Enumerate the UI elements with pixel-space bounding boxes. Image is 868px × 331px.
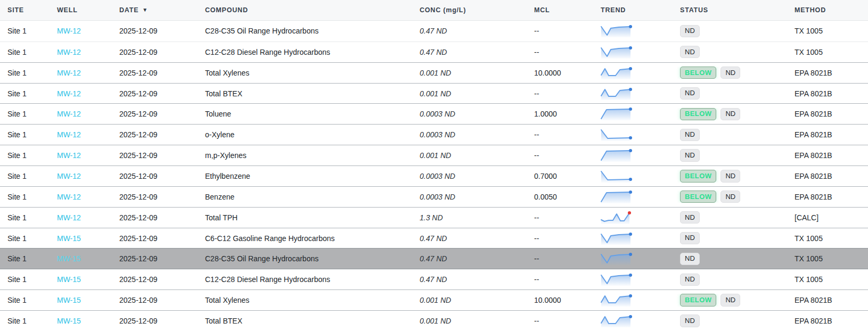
- table-row[interactable]: Site 1 MW-12 2025-12-09 Total BTEX 0.001…: [0, 83, 868, 104]
- mcl-value: 0.0050: [534, 193, 557, 201]
- column-header-well[interactable]: WELL: [50, 6, 112, 14]
- status-badge-nd: ND: [680, 46, 700, 58]
- conc-value: 0.0003 ND: [420, 172, 455, 180]
- status-cell: ND: [673, 232, 787, 244]
- table-row[interactable]: Site 1 MW-15 2025-12-09 Total Xylenes 0.…: [0, 289, 868, 310]
- compound-label: Benzene: [205, 193, 234, 201]
- well-link[interactable]: MW-15: [57, 296, 81, 304]
- table-row[interactable]: Site 1 MW-12 2025-12-09 Benzene 0.0003 N…: [0, 186, 868, 207]
- trend-cell: [593, 315, 673, 327]
- sort-desc-icon[interactable]: ▼: [142, 7, 148, 13]
- mcl-value: --: [534, 27, 539, 35]
- column-header-mcl[interactable]: MCL: [527, 6, 593, 14]
- column-header-label: TREND: [601, 6, 626, 14]
- table-row[interactable]: Site 1 MW-15 2025-12-09 Total BTEX 0.001…: [0, 310, 868, 331]
- trend-cell: [593, 232, 673, 245]
- column-header-date[interactable]: DATE▼: [112, 6, 198, 14]
- status-badge-nd: ND: [680, 149, 700, 161]
- trend-sparkline: [601, 24, 634, 37]
- column-header-trend[interactable]: TREND: [593, 6, 673, 14]
- well-link[interactable]: MW-15: [57, 254, 81, 263]
- trend-sparkline: [601, 252, 634, 265]
- column-header-compound[interactable]: COMPOUND: [198, 6, 412, 14]
- date-label: 2025-12-09: [119, 89, 158, 98]
- compound-label: Total BTEX: [205, 317, 242, 325]
- well-link[interactable]: MW-12: [57, 69, 81, 77]
- site-label: Site 1: [7, 193, 27, 201]
- well-link[interactable]: MW-12: [57, 151, 81, 160]
- table-row[interactable]: Site 1 MW-12 2025-12-09 Total TPH 1.3 ND…: [0, 207, 868, 228]
- well-link[interactable]: MW-12: [57, 172, 81, 180]
- well-link[interactable]: MW-15: [57, 234, 81, 243]
- table-row[interactable]: Site 1 MW-12 2025-12-09 o-Xylene 0.0003 …: [0, 124, 868, 145]
- site-label: Site 1: [7, 48, 27, 56]
- column-header-label: COMPOUND: [205, 6, 248, 14]
- mcl-value: --: [534, 48, 539, 56]
- table-row[interactable]: Site 1 MW-12 2025-12-09 Total Xylenes 0.…: [0, 62, 868, 83]
- compound-label: C6-C12 Gasoline Range Hydrocarbons: [205, 234, 335, 243]
- trend-latest-dot: [629, 25, 632, 28]
- well-link[interactable]: MW-12: [57, 27, 81, 35]
- site-label: Site 1: [7, 89, 27, 98]
- mcl-value: 10.0000: [534, 296, 561, 304]
- site-label: Site 1: [7, 275, 27, 284]
- status-badge-nd: ND: [680, 232, 700, 244]
- table-body: Site 1 MW-12 2025-12-09 C28-C35 Oil Rang…: [0, 21, 868, 331]
- compound-label: C28-C35 Oil Range Hydrocarbons: [205, 254, 318, 263]
- method-label: EPA 8021B: [795, 130, 832, 139]
- method-label: TX 1005: [795, 27, 823, 35]
- mcl-value: --: [534, 151, 539, 160]
- well-link[interactable]: MW-15: [57, 275, 81, 284]
- table-row[interactable]: Site 1 MW-12 2025-12-09 m,p-Xylenes 0.00…: [0, 145, 868, 166]
- table-row[interactable]: Site 1 MW-12 2025-12-09 C28-C35 Oil Rang…: [0, 21, 868, 42]
- table-row[interactable]: Site 1 MW-12 2025-12-09 Toluene 0.0003 N…: [0, 103, 868, 124]
- table-row[interactable]: Site 1 MW-15 2025-12-09 C12-C28 Diesel R…: [0, 269, 868, 289]
- well-link[interactable]: MW-12: [57, 130, 81, 139]
- date-label: 2025-12-09: [119, 172, 158, 180]
- compound-label: Ethylbenzene: [205, 172, 250, 180]
- compound-label: Total BTEX: [205, 89, 242, 98]
- method-label: EPA 8021B: [795, 110, 832, 118]
- trend-latest-dot: [629, 233, 632, 236]
- date-label: 2025-12-09: [119, 317, 158, 325]
- table-row[interactable]: Site 1 MW-12 2025-12-09 C12-C28 Diesel R…: [0, 42, 868, 62]
- table-row[interactable]: Site 1 MW-15 2025-12-09 C6-C12 Gasoline …: [0, 228, 868, 249]
- status-badge-below: BELOW: [680, 67, 716, 79]
- conc-value: 0.0003 ND: [420, 130, 455, 139]
- mcl-value: --: [534, 213, 539, 222]
- date-label: 2025-12-09: [119, 130, 158, 139]
- date-label: 2025-12-09: [119, 110, 158, 118]
- status-badge-below: BELOW: [680, 170, 716, 182]
- method-label: EPA 8021B: [795, 193, 832, 201]
- compound-label: Total Xylenes: [205, 69, 249, 77]
- status-badge-nd: ND: [680, 211, 700, 224]
- site-label: Site 1: [7, 317, 27, 325]
- column-header-site[interactable]: SITE: [0, 6, 50, 14]
- status-cell: ND: [673, 87, 787, 100]
- table-header: SITE WELL DATE▼ COMPOUND CONC (mg/L) MCL…: [0, 0, 868, 21]
- well-link[interactable]: MW-12: [57, 110, 81, 118]
- mcl-value: --: [534, 89, 539, 98]
- compound-label: C12-C28 Diesel Range Hydrocarbons: [205, 48, 330, 56]
- conc-value: 0.001 ND: [420, 151, 451, 160]
- column-header-status[interactable]: STATUS: [673, 6, 787, 14]
- well-link[interactable]: MW-15: [57, 317, 81, 325]
- column-header-label: METHOD: [795, 6, 826, 14]
- site-label: Site 1: [7, 130, 27, 139]
- site-label: Site 1: [7, 27, 27, 35]
- column-header-method[interactable]: METHOD: [787, 6, 868, 14]
- status-badge-nd: ND: [680, 274, 700, 286]
- mcl-value: 10.0000: [534, 69, 561, 77]
- well-link[interactable]: MW-12: [57, 48, 81, 56]
- well-link[interactable]: MW-12: [57, 193, 81, 201]
- well-link[interactable]: MW-12: [57, 89, 81, 98]
- site-label: Site 1: [7, 213, 27, 222]
- site-label: Site 1: [7, 172, 27, 180]
- table-row[interactable]: Site 1 MW-12 2025-12-09 Ethylbenzene 0.0…: [0, 166, 868, 186]
- column-header-conc[interactable]: CONC (mg/L): [412, 6, 527, 14]
- site-label: Site 1: [7, 296, 27, 304]
- column-header-label: MCL: [534, 6, 550, 14]
- trend-sparkline: [601, 211, 634, 224]
- table-row-selected[interactable]: Site 1 MW-15 2025-12-09 C28-C35 Oil Rang…: [0, 248, 868, 269]
- well-link[interactable]: MW-12: [57, 213, 81, 222]
